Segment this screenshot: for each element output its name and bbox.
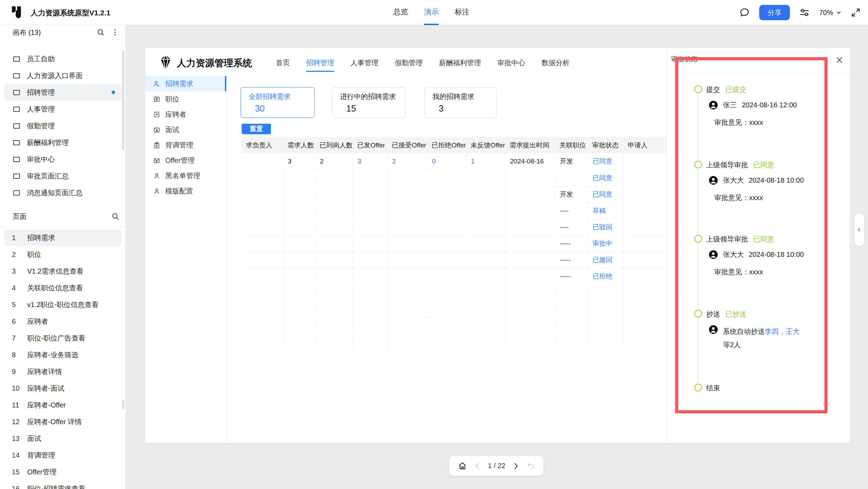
cc-names-link[interactable]: 李四，王大 — [765, 328, 800, 335]
frame-icon — [13, 90, 20, 95]
hr-nav-item[interactable]: 招聘管理 — [306, 58, 334, 72]
menu-item-candidates[interactable]: 应聘者 — [145, 107, 226, 122]
page-label: v1.2职位-职位信息查看 — [27, 300, 98, 310]
table-cell[interactable]: 审批中 — [588, 235, 623, 252]
app-logo[interactable] — [12, 6, 28, 20]
table-cell[interactable]: 已驳回 — [588, 219, 623, 235]
table-cell[interactable]: 1 — [466, 153, 505, 170]
hr-nav-item[interactable]: 人事管理 — [350, 58, 378, 72]
next-page-icon[interactable] — [512, 462, 520, 470]
presentation-pager: 1 / 22 — [449, 456, 543, 476]
pages-scrollbar[interactable] — [122, 399, 124, 409]
table-body: 3232012024-08-16开发已同意已同意开发已同意----草稿----已… — [242, 153, 667, 350]
menu-label: 模版配置 — [165, 186, 193, 196]
page-label: 背调管理 — [27, 451, 55, 460]
stat-card-active-demands[interactable]: 进行中的招聘需求 15 — [332, 87, 406, 118]
page-item[interactable]: 4 关联职位信息查看 — [4, 280, 121, 296]
table-cell[interactable]: 3 — [353, 153, 387, 170]
timeline-node — [694, 310, 702, 318]
left-panel: 画布 (13) 员工自助 人力资源入口界面 招聘管理 — [0, 25, 126, 489]
canvas-item[interactable]: 审批中心 — [4, 151, 121, 168]
canvas-item-label: 审批页面汇总 — [27, 171, 69, 181]
menu-item-recruit-demand[interactable]: 招聘需求 — [145, 76, 226, 91]
table-cell — [242, 252, 283, 268]
page-item[interactable]: 8 应聘者-业务筛选 — [4, 346, 121, 363]
table-cell — [427, 301, 466, 317]
table-cell — [242, 219, 283, 235]
more-kebab-icon[interactable] — [111, 28, 119, 37]
table-cell[interactable]: 2 — [387, 153, 427, 170]
page-item[interactable]: 10 应聘者-面试 — [4, 380, 121, 397]
page-item[interactable]: 11 应聘者-Offer — [4, 397, 121, 413]
step-status: 已抄送 — [725, 310, 746, 319]
menu-item-background-check[interactable]: 背调管理 — [145, 137, 226, 153]
table-cell — [427, 203, 466, 219]
menu-item-blacklist[interactable]: 黑名单管理 — [145, 168, 226, 183]
table-cell[interactable]: 已同意 — [588, 170, 623, 186]
stat-card-all-demands[interactable]: 全部招聘需求 30 — [241, 87, 315, 118]
zoom-control[interactable]: 70% — [819, 9, 841, 17]
canvas-scrollbar[interactable] — [122, 51, 124, 150]
timeline-node — [694, 85, 702, 93]
frame-icon — [13, 107, 20, 112]
hr-nav-item[interactable]: 假勤管理 — [395, 58, 423, 72]
page-item[interactable]: 3 V1.2需求信息查看 — [4, 263, 121, 280]
page-item[interactable]: 5 v1.2职位-职位信息查看 — [4, 296, 121, 313]
table-cell — [466, 252, 505, 268]
hr-nav-item[interactable]: 审批中心 — [497, 58, 525, 72]
search-icon[interactable] — [96, 28, 105, 37]
table-cell[interactable]: 已同意 — [588, 186, 623, 203]
table-cell — [505, 317, 555, 334]
table-cell[interactable]: 草稿 — [588, 203, 623, 219]
page-item[interactable]: 14 背调管理 — [4, 447, 121, 464]
page-item[interactable]: 9 应聘者详情 — [4, 363, 121, 380]
table-cell — [283, 186, 315, 203]
share-button[interactable]: 分享 — [759, 5, 790, 20]
reset-button[interactable]: 重置 — [242, 124, 271, 134]
page-item[interactable]: 12 应聘者-Offer 详情 — [4, 413, 121, 430]
canvas-item[interactable]: 人力资源入口界面 — [4, 67, 121, 84]
page-number: 8 — [12, 351, 24, 359]
table-cell[interactable]: 已同意 — [588, 153, 623, 170]
table-cell[interactable]: 已撤回 — [588, 252, 623, 268]
table-cell — [353, 334, 387, 350]
menu-item-offers[interactable]: Offer管理 — [145, 153, 226, 168]
home-icon[interactable] — [458, 461, 467, 471]
mode-tab[interactable]: 标注 — [455, 0, 469, 25]
page-item[interactable]: 1 招聘需求 — [4, 229, 121, 246]
table-column-header: 已接受Offer — [387, 137, 427, 153]
fullscreen-icon[interactable] — [851, 7, 861, 18]
search-icon[interactable] — [111, 212, 120, 221]
settings-sliders-icon[interactable] — [799, 7, 810, 18]
page-item[interactable]: 16 职位-招聘需求查看 — [4, 480, 121, 489]
table-cell[interactable]: 已拒绝 — [588, 268, 623, 284]
mode-tab[interactable]: 总览 — [393, 0, 408, 25]
canvas-item[interactable]: 假勤管理 — [4, 117, 121, 134]
hr-nav-item[interactable]: 薪酬福利管理 — [439, 58, 481, 72]
menu-item-positions[interactable]: 职位 — [145, 91, 226, 107]
panel-collapse-handle[interactable] — [854, 213, 864, 246]
canvas-item[interactable]: 招聘管理 — [4, 84, 121, 101]
page-item[interactable]: 6 应聘者 — [4, 313, 121, 330]
mode-tab[interactable]: 演示 — [424, 0, 439, 25]
stat-card-my-demands[interactable]: 我的招聘需求 3 — [424, 87, 497, 118]
canvas-item[interactable]: 人事管理 — [4, 101, 121, 117]
page-item[interactable]: 7 职位-职位广告查看 — [4, 330, 121, 346]
table-cell[interactable]: 0 — [427, 153, 466, 170]
comment-icon[interactable] — [739, 7, 750, 18]
page-item[interactable]: 13 面试 — [4, 430, 121, 447]
menu-label: Offer管理 — [165, 156, 195, 165]
canvas-item[interactable]: 审批页面汇总 — [4, 168, 121, 184]
canvas-item[interactable]: 消息通知页面汇总 — [4, 184, 121, 201]
prev-page-icon[interactable] — [473, 462, 482, 470]
menu-item-template-config[interactable]: 模版配置 — [145, 183, 226, 199]
hr-nav-item[interactable]: 首页 — [276, 58, 290, 72]
restart-icon[interactable] — [526, 461, 535, 471]
hr-nav-item[interactable]: 数据分析 — [542, 58, 569, 72]
menu-item-interviews[interactable]: 面试 — [145, 122, 226, 137]
canvas-item[interactable]: 员工自助 — [4, 51, 121, 67]
canvas-item[interactable]: 薪酬福利管理 — [4, 134, 121, 151]
page-item[interactable]: 15 Offer管理 — [4, 464, 121, 480]
page-item[interactable]: 2 职位 — [4, 246, 121, 263]
close-icon[interactable] — [835, 55, 844, 64]
